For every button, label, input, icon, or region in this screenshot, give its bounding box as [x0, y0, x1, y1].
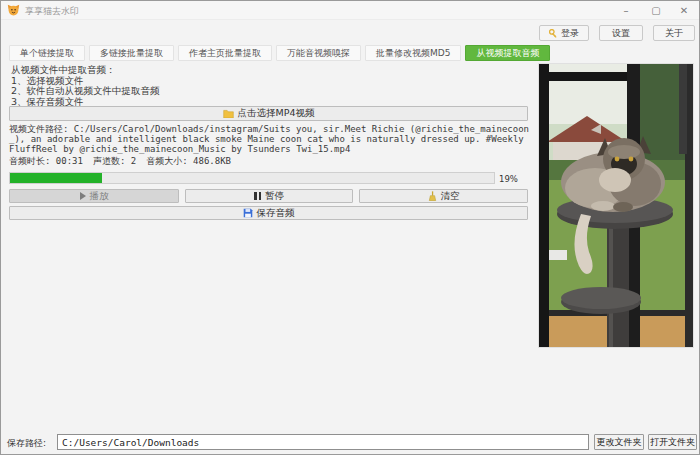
pause-icon [254, 192, 261, 200]
audio-channels: 声道数: 2 [93, 155, 136, 168]
save-path-label: 保存路径: [7, 437, 46, 450]
tab-bar: 单个链接提取 多链接批量提取 作者主页批量提取 万能音视频嗅探 批量修改视频MD… [9, 45, 550, 61]
tab-label: 从视频提取音频 [476, 47, 539, 60]
tab-batch-modify-md5[interactable]: 批量修改视频MD5 [365, 45, 461, 61]
tab-multi-link-batch-extract[interactable]: 多链接批量提取 [89, 45, 174, 61]
minimize-button[interactable]: – [613, 1, 639, 20]
audio-duration: 音频时长: 00:31 [9, 155, 83, 168]
window-title: 享享猫去水印 [25, 5, 79, 18]
change-folder-button[interactable]: 更改文件夹 [594, 434, 644, 450]
title-bar: 享享猫去水印 – ▢ ✕ [1, 1, 699, 20]
tab-label: 万能音视频嗅探 [287, 47, 350, 60]
instruction-step: 2、软件自动从视频文件中提取音频 [11, 86, 160, 97]
cat-photo-illustration [539, 64, 694, 348]
login-button[interactable]: 登录 [539, 25, 589, 41]
tab-extract-audio-from-video[interactable]: 从视频提取音频 [465, 45, 550, 61]
pause-label: 暂停 [265, 190, 284, 203]
audio-size: 音频大小: 486.8KB [146, 155, 231, 168]
save-audio-label: 保存音频 [257, 207, 295, 220]
tab-label: 多链接批量提取 [100, 47, 163, 60]
change-folder-label: 更改文件夹 [597, 436, 642, 449]
tab-single-link-extract[interactable]: 单个链接提取 [9, 45, 85, 61]
app-logo-cat-icon [7, 4, 20, 17]
video-path-value: C:/Users/Carol/Downloads/instagram/Suits… [9, 124, 529, 154]
select-mp4-button[interactable]: 点击选择MP4视频 [9, 106, 528, 121]
open-folder-button[interactable]: 打开文件夹 [648, 434, 697, 450]
save-audio-button[interactable]: 保存音频 [9, 206, 528, 220]
login-label: 登录 [561, 27, 579, 40]
save-path-input[interactable] [57, 434, 589, 450]
about-button[interactable]: 关于 [653, 25, 695, 41]
clear-button[interactable]: 清空 [359, 189, 528, 203]
save-icon [243, 208, 253, 218]
tab-label: 批量修改视频MD5 [376, 47, 450, 60]
tab-label: 作者主页批量提取 [189, 47, 261, 60]
select-mp4-label: 点击选择MP4视频 [238, 107, 315, 120]
broom-icon [428, 191, 437, 201]
about-label: 关于 [665, 27, 683, 40]
key-icon [549, 29, 558, 38]
close-button[interactable]: ✕ [671, 1, 697, 20]
tab-universal-av-sniffer[interactable]: 万能音视频嗅探 [276, 45, 361, 61]
play-button[interactable]: 播放 [9, 189, 179, 203]
clear-label: 清空 [441, 190, 460, 203]
video-path-label: 视频文件路径: [9, 124, 74, 134]
progress-fill [10, 173, 102, 183]
settings-label: 设置 [612, 27, 630, 40]
folder-icon [223, 109, 234, 118]
app-window: 享享猫去水印 – ▢ ✕ 登录 设置 关于 单个链接提取 多链接批量提取 作者主… [0, 0, 700, 455]
video-file-path: 视频文件路径: C:/Users/Carol/Downloads/instagr… [9, 125, 529, 154]
instructions-title: 从视频文件中提取音频： [11, 65, 160, 76]
instructions-block: 从视频文件中提取音频： 1、选择视频文件 2、软件自动从视频文件中提取音频 3、… [11, 65, 160, 107]
video-preview-cat-photo [538, 63, 694, 348]
settings-button[interactable]: 设置 [599, 25, 643, 41]
progress-percent-label: 19% [499, 174, 518, 184]
open-folder-label: 打开文件夹 [650, 436, 695, 449]
play-label: 播放 [90, 190, 109, 203]
play-icon [80, 192, 86, 200]
pause-button[interactable]: 暂停 [185, 189, 353, 203]
audio-stats: 音频时长: 00:31 声道数: 2 音频大小: 486.8KB [9, 155, 231, 168]
tab-author-homepage-batch-extract[interactable]: 作者主页批量提取 [178, 45, 272, 61]
progress-bar [9, 172, 495, 184]
maximize-button[interactable]: ▢ [643, 1, 669, 20]
tab-label: 单个链接提取 [20, 47, 74, 60]
